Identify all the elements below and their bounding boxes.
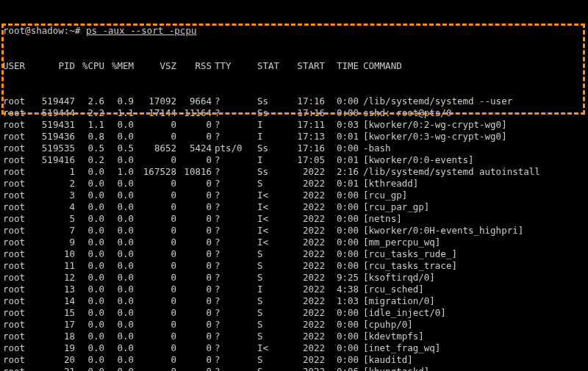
cell-user: root [3,354,32,366]
cell-cpu: 0.0 [75,319,104,331]
cell-vsz: 0 [134,272,176,284]
table-row: root120.00.000?S20229:25[ksoftirqd/0] [3,272,585,284]
cell-tty: ? [212,166,257,178]
cell-cpu: 0.0 [75,354,104,366]
header-vsz: VSZ [134,60,176,72]
cell-tty: ? [212,366,257,371]
cell-stat: S [257,331,291,342]
cell-cpu: 0.0 [75,248,104,260]
cell-rss: 0 [176,307,212,319]
cell-rss: 0 [176,119,212,131]
cell-cpu: 0.0 [75,307,104,319]
cell-stat: Ss [257,166,291,178]
cell-pid: 17 [32,319,75,331]
cell-stat: I< [257,225,291,237]
cell-mem: 0.0 [104,342,134,354]
cell-cpu: 0.0 [75,237,104,248]
cell-stat: S [257,307,291,319]
cell-user: root [3,213,32,225]
cell-cmd: [netns] [359,213,402,225]
cell-stat: S [257,319,291,331]
cell-vsz: 0 [134,201,176,213]
cell-vsz: 0 [134,307,176,319]
cell-user: root [3,260,32,272]
header-tty: TTY [212,60,257,72]
cell-tty: ? [212,307,257,319]
cell-start: 2022 [291,354,325,366]
cell-tty: ? [212,107,257,119]
cell-start: 2022 [291,201,325,213]
cell-tty: ? [212,295,257,307]
cell-vsz: 0 [134,260,176,272]
cell-cpu: 0.2 [75,154,104,166]
cell-cpu: 0.0 [75,366,104,371]
cell-user: root [3,190,32,201]
cell-time: 0:00 [325,354,359,366]
cell-mem: 0.0 [104,225,134,237]
table-row: root5194360.80.000?I17:130:01[kworker/0:… [3,131,585,143]
cell-pid: 18 [32,331,75,342]
cell-mem: 0.0 [104,190,134,201]
cell-rss: 0 [176,131,212,143]
cell-time: 9:25 [325,272,359,284]
table-row: root190.00.000?I<20220:00[inet_frag_wq] [3,342,585,354]
cell-rss: 0 [176,237,212,248]
cell-vsz: 0 [134,119,176,131]
cell-cmd: [rcu_tasks_trace] [359,260,457,272]
cell-mem: 0.0 [104,284,134,295]
cell-vsz: 17092 [134,96,176,107]
cell-rss: 0 [176,201,212,213]
cell-stat: I [257,284,291,295]
cell-cpu: 0.0 [75,178,104,190]
cell-cpu: 0.5 [75,143,104,154]
cell-tty: ? [212,248,257,260]
table-row: root30.00.000?I<20220:00[rcu_gp] [3,190,585,201]
cell-vsz: 8652 [134,143,176,154]
cell-cpu: 0.8 [75,131,104,143]
cell-mem: 0.9 [104,96,134,107]
cell-tty: ? [212,190,257,201]
cell-cmd: [kworker/0:2-wg-crypt-wg0] [359,119,507,131]
cell-cpu: 0.0 [75,213,104,225]
cell-cmd: [cpuhp/0] [359,319,413,331]
cell-user: root [3,178,32,190]
cell-time: 0:00 [325,331,359,342]
cell-time: 0:03 [325,119,359,131]
prompt-sep2: # [75,25,86,36]
prompt-path: ~ [69,25,75,36]
cell-tty: ? [212,225,257,237]
cell-user: root [3,107,32,119]
cell-rss: 0 [176,272,212,284]
cell-time: 0:00 [325,213,359,225]
cell-rss: 0 [176,248,212,260]
cell-time: 4:38 [325,284,359,295]
cell-tty: ? [212,201,257,213]
table-row: root90.00.000?I<20220:00[mm_percpu_wq] [3,237,585,248]
cell-cpu: 0.0 [75,201,104,213]
cell-cmd: [inet_frag_wq] [359,342,440,354]
cell-user: root [3,272,32,284]
cell-user: root [3,366,32,371]
header-time: TIME [325,60,359,72]
cell-stat: I [257,154,291,166]
cell-tty: ? [212,96,257,107]
cell-tty: pts/0 [212,143,257,154]
cell-stat: S [257,260,291,272]
cell-stat: I< [257,342,291,354]
cell-vsz: 17144 [134,107,176,119]
cell-mem: 0.0 [104,248,134,260]
cell-user: root [3,96,32,107]
cell-mem: 0.0 [104,213,134,225]
cell-rss: 0 [176,260,212,272]
cell-user: root [3,342,32,354]
terminal-window[interactable]: root@shadow:~# ps -aux --sort -pcpu USER… [0,0,588,371]
header-mem: %MEM [104,60,134,72]
cell-vsz: 0 [134,178,176,190]
cell-time: 0:00 [325,248,359,260]
cell-cmd: sshd: root@pts/0 [359,107,451,119]
cell-rss: 0 [176,331,212,342]
cell-user: root [3,284,32,295]
cell-cpu: 0.0 [75,272,104,284]
table-row: root140.00.000?S20221:03[migration/0] [3,295,585,307]
cell-vsz: 0 [134,342,176,354]
